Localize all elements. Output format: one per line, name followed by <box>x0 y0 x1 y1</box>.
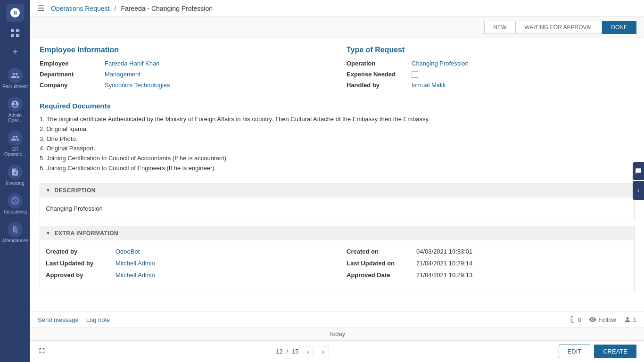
type-of-request-title: Type of Request <box>347 46 635 54</box>
sidebar-item-recruitment-label: Recruitment <box>2 84 28 89</box>
required-docs-section: Required Documents 1. The original certi… <box>40 102 635 173</box>
department-value[interactable]: Management <box>105 71 140 78</box>
sidebar-item-invoicing[interactable]: Invoicing <box>2 162 28 189</box>
description-section: ▼ DESCRIPTION Changing Profession <box>40 183 635 220</box>
toggle-panel-tab[interactable]: ‹ <box>633 181 644 200</box>
attachments-count-value: 0 <box>578 316 581 323</box>
description-title: DESCRIPTION <box>54 187 96 194</box>
created-by-label: Created by <box>46 248 112 255</box>
sidebar-item-attendances[interactable]: Attendances <box>2 219 28 246</box>
sidebar-item-timesheets-label: Timesheets <box>3 209 27 214</box>
pagination-bar: 12 / 15 ‹ › EDIT CREATE <box>30 340 644 362</box>
required-docs-title: Required Documents <box>40 102 635 110</box>
main-content: ☰ Operations Request / Fareeda - Changin… <box>30 0 644 362</box>
page-current: 12 <box>276 348 282 355</box>
required-docs-item-6: 6. Joining Certification to Council of E… <box>40 164 635 173</box>
add-button[interactable]: + <box>8 44 23 59</box>
required-docs-item-1: 1. The original certificate Authenticate… <box>40 115 635 124</box>
description-arrow: ▼ <box>46 188 50 193</box>
app-logo[interactable] <box>6 4 24 22</box>
chat-panel-tab[interactable] <box>633 162 644 180</box>
prev-page-button[interactable]: ‹ <box>303 346 314 357</box>
sidebar-item-admin-oper[interactable]: Admin Oper... <box>2 94 28 126</box>
company-value[interactable]: Synconics Technologies <box>105 82 170 89</box>
page-sep: / <box>286 348 288 355</box>
description-body: Changing Profession <box>40 197 634 220</box>
sidebar-item-timesheets[interactable]: Timesheets <box>2 190 28 217</box>
svg-rect-0 <box>11 29 14 32</box>
svg-rect-2 <box>11 34 14 37</box>
page-total: 15 <box>292 348 298 355</box>
approved-date-value: 21/04/2021 10:29:13 <box>416 272 472 279</box>
today-bar: Today <box>30 327 644 340</box>
expand-icon[interactable] <box>38 346 46 356</box>
breadcrumb-current: Fareeda - Changing Profession <box>121 5 213 12</box>
employee-value[interactable]: Fareeda Hanif Khan <box>105 60 159 67</box>
action-buttons: EDIT CREATE <box>559 345 636 358</box>
created-on-value: 04/03/2021 19:33:01 <box>416 248 472 255</box>
breadcrumb-link[interactable]: Operations Request <box>51 5 110 12</box>
last-updated-by-value[interactable]: Mitchell Admin <box>116 260 155 267</box>
handled-by-value[interactable]: Ismual Malik <box>412 82 446 89</box>
breadcrumb-separator: / <box>115 5 116 12</box>
handled-by-label: Handled by <box>347 82 408 89</box>
send-message-button[interactable]: Send message <box>38 316 79 323</box>
topbar: ☰ Operations Request / Fareeda - Changin… <box>30 0 644 17</box>
department-label: Department <box>40 71 101 78</box>
grid-icon[interactable] <box>8 25 23 41</box>
svg-rect-3 <box>16 34 19 37</box>
approved-date-label: Approved Date <box>347 272 413 279</box>
status-waiting[interactable]: WAITING FOR APPROVAL <box>515 21 602 34</box>
description-header[interactable]: ▼ DESCRIPTION <box>40 183 634 197</box>
extra-info-title: EXTRA INFORMATION <box>54 230 118 237</box>
status-new[interactable]: NEW <box>484 21 515 34</box>
message-bar: Send message Log note 0 Follow 1 <box>30 312 644 327</box>
extra-info-arrow: ▼ <box>46 230 50 236</box>
hamburger-icon[interactable]: ☰ <box>38 4 44 13</box>
pagination-info: 12 / 15 ‹ › <box>276 346 329 357</box>
sidebar-item-recruitment[interactable]: Recruitment <box>2 65 28 92</box>
company-label: Company <box>40 82 101 89</box>
operation-label: Operation <box>347 60 408 67</box>
sidebar-item-gr-operatio[interactable]: GR Operatio... <box>2 128 28 160</box>
operation-value[interactable]: Changing Profession <box>412 60 469 67</box>
expense-needed-checkbox[interactable] <box>412 71 418 78</box>
right-panel: ‹ <box>633 162 644 200</box>
attachments-count[interactable]: 0 <box>569 316 581 323</box>
created-by-value[interactable]: OdooBot <box>116 248 140 255</box>
create-button[interactable]: CREATE <box>594 345 636 358</box>
extra-info-header[interactable]: ▼ EXTRA INFORMATION <box>40 226 634 240</box>
last-updated-on-value: 21/04/2021 10:29:14 <box>416 260 472 267</box>
log-note-button[interactable]: Log note <box>86 316 110 323</box>
approved-by-label: Approved by <box>46 272 112 279</box>
sidebar: + Recruitment Admin Oper... GR Operatio.… <box>0 0 30 362</box>
created-on-label: Created on <box>347 248 413 255</box>
follow-label: Follow <box>598 316 616 323</box>
sidebar-item-invoicing-label: Invoicing <box>6 181 24 186</box>
sidebar-item-admin-label: Admin Oper... <box>2 113 28 123</box>
content-area: Employee Information Employee Fareeda Ha… <box>30 38 644 312</box>
message-meta: 0 Follow 1 <box>569 316 636 323</box>
message-actions: Send message Log note <box>38 316 110 323</box>
required-docs-item-4: 4. Original Passport. <box>40 144 635 154</box>
description-content: Changing Profession <box>46 205 103 212</box>
required-docs-item-5: 5. Joining Certification to Council of A… <box>40 154 635 164</box>
employee-info-title: Employee Information <box>40 46 328 54</box>
today-label: Today <box>329 330 346 337</box>
type-of-request-section: Type of Request Operation Changing Profe… <box>347 46 635 92</box>
svg-rect-1 <box>16 29 19 32</box>
employee-info-section: Employee Information Employee Fareeda Ha… <box>40 46 328 92</box>
last-updated-on-label: Last Updated on <box>347 260 413 267</box>
edit-button[interactable]: EDIT <box>559 345 591 358</box>
expense-needed-label: Expense Needed <box>347 71 408 78</box>
extra-info-section: ▼ EXTRA INFORMATION Created by OdooBot L… <box>40 226 635 291</box>
status-done[interactable]: DONE <box>602 21 636 34</box>
approved-by-value[interactable]: Mitchell Admin <box>116 272 155 279</box>
next-page-button[interactable]: › <box>318 346 329 357</box>
required-docs-item-3: 3. One Photo. <box>40 134 635 144</box>
follow-button[interactable]: Follow <box>589 316 616 323</box>
employee-label: Employee <box>40 60 101 67</box>
required-docs-item-2: 2. Original Iqama. <box>40 124 635 134</box>
followers-count[interactable]: 1 <box>624 316 636 323</box>
extra-info-body: Created by OdooBot Last Updated by Mitch… <box>40 240 634 291</box>
